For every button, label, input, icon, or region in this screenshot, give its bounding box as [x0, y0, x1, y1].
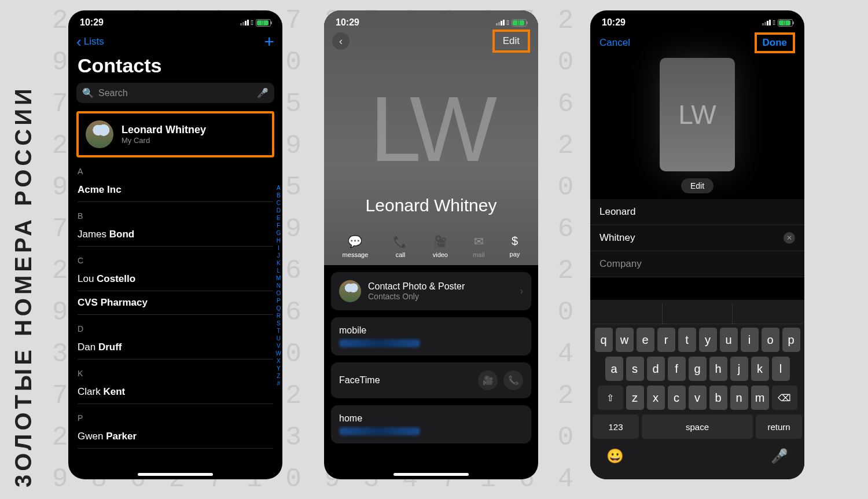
status-bar: 10:29 􀙇 􀋦 [68, 10, 282, 31]
contact-name: Leonard Whitney [324, 196, 538, 215]
key-r[interactable]: r [657, 328, 675, 352]
section-header: D [78, 315, 273, 336]
edit-poster-button[interactable]: Edit [681, 178, 713, 193]
action-call[interactable]: 📞call [393, 234, 407, 258]
first-name-input[interactable] [599, 206, 795, 218]
keyboard[interactable]: qwertyuiop asdfghjkl ⇧zxcvbnm⌫ 123 space… [590, 300, 804, 479]
key-e[interactable]: e [637, 328, 654, 352]
dictation-button[interactable]: 🎤 [771, 448, 788, 464]
key-x[interactable]: x [647, 386, 665, 410]
back-button[interactable]: ‹Lists [76, 33, 104, 51]
key-q[interactable]: q [595, 328, 613, 352]
mobile-label: mobile [339, 325, 523, 336]
key-u[interactable]: u [720, 328, 738, 352]
wifi-icon: 􀙇 [773, 19, 775, 27]
last-name-input[interactable] [599, 232, 784, 244]
mobile-row[interactable]: mobile [331, 317, 531, 355]
phone-edit-contact: 10:29 􀙇 􀋦 Cancel Done LW Edit ✕ qwertyui… [590, 10, 804, 479]
key-c[interactable]: c [668, 386, 686, 410]
company-input[interactable] [599, 258, 795, 270]
contact-row[interactable]: CVS Pharmacy [78, 291, 273, 315]
section-header: P [78, 404, 273, 425]
redacted-number [339, 339, 420, 347]
edit-button[interactable]: Edit [492, 30, 530, 53]
action-mail: ✉mail [473, 234, 484, 258]
section-header: C [78, 247, 273, 267]
clear-icon[interactable]: ✕ [784, 232, 795, 244]
index-bar[interactable]: ABCDEFGHIJKLMNOPQRSTUVWXYZ# [276, 184, 281, 387]
home-row[interactable]: home [331, 405, 531, 443]
key-o[interactable]: o [762, 328, 779, 352]
key-s[interactable]: s [626, 357, 644, 381]
key-b[interactable]: b [709, 386, 727, 410]
key-v[interactable]: v [689, 386, 707, 410]
key-w[interactable]: w [616, 328, 634, 352]
status-bar: 10:29 􀙇 􀋦 [590, 10, 804, 31]
search-input[interactable]: 🔍 Search 🎤 [76, 83, 274, 103]
home-indicator[interactable] [393, 473, 469, 476]
action-row: 💬message📞call🎥video✉mail$pay [324, 234, 538, 258]
key-space[interactable]: space [642, 414, 753, 439]
home-indicator[interactable] [138, 473, 213, 476]
key-123[interactable]: 123 [593, 414, 639, 439]
key-f[interactable]: f [668, 357, 686, 381]
contact-row[interactable]: Clark Kent [78, 380, 273, 404]
key-z[interactable]: z [626, 386, 644, 410]
key-h[interactable]: h [709, 357, 727, 381]
site-logo: 3ОЛОТЫЕ НОМЕРА РОССИИ [10, 12, 36, 487]
key-i[interactable]: i [741, 328, 759, 352]
phone-contacts-list: 10:29 􀙇 􀋦 ‹Lists + Contacts 🔍 Search 🎤 L… [68, 10, 282, 479]
facetime-video-button[interactable]: 🎥 [478, 370, 498, 390]
poster-row[interactable]: Contact Photo & Poster Contacts Only › [331, 272, 531, 310]
key-j[interactable]: j [730, 357, 748, 381]
wifi-icon: 􀙇 [507, 19, 509, 27]
key-y[interactable]: y [699, 328, 717, 352]
battery-icon: 􀋦 [512, 19, 527, 27]
back-button[interactable]: ‹ [332, 32, 350, 50]
key-a[interactable]: a [605, 357, 623, 381]
key-d[interactable]: d [647, 357, 665, 381]
contact-row[interactable]: Dan Druff [78, 336, 273, 359]
signal-icon [496, 20, 505, 25]
contact-row[interactable]: Lou Costello [78, 267, 273, 291]
emoji-button[interactable]: 😀 [606, 448, 624, 464]
key-shift[interactable]: ⇧ [598, 386, 623, 410]
battery-icon: 􀋦 [778, 19, 793, 27]
company-field[interactable] [590, 251, 804, 277]
key-delete[interactable]: ⌫ [772, 386, 797, 410]
last-name-field[interactable]: ✕ [590, 225, 804, 251]
search-icon: 🔍 [82, 87, 94, 98]
action-video[interactable]: 🎥video [433, 234, 448, 258]
contact-row[interactable]: James Bond [78, 223, 273, 247]
key-n[interactable]: n [730, 386, 748, 410]
contact-row[interactable]: Acme Inc [78, 178, 273, 202]
my-card-row[interactable]: Leonard Whitney My Card [76, 111, 274, 157]
key-t[interactable]: t [678, 328, 696, 352]
key-l[interactable]: l [772, 357, 790, 381]
key-m[interactable]: m [751, 386, 769, 410]
first-name-field[interactable] [590, 199, 804, 225]
predictive-bar[interactable] [593, 303, 802, 324]
poster-preview[interactable]: LW Edit [660, 58, 735, 193]
section-header: B [78, 202, 273, 223]
contacts-list[interactable]: AAcme IncBJames BondCLou CostelloCVS Pha… [68, 157, 282, 449]
action-message[interactable]: 💬message [343, 234, 369, 258]
contact-row[interactable]: Gwen Parker [78, 425, 273, 449]
key-return[interactable]: return [756, 414, 802, 439]
key-g[interactable]: g [689, 357, 707, 381]
action-pay[interactable]: $pay [510, 234, 520, 258]
cancel-button[interactable]: Cancel [599, 37, 630, 49]
avatar [86, 120, 113, 148]
status-time: 10:29 [336, 17, 359, 28]
add-button[interactable]: + [264, 32, 274, 52]
section-header: A [78, 157, 273, 178]
signal-icon [762, 20, 771, 25]
key-p[interactable]: p [782, 328, 800, 352]
facetime-audio-button[interactable]: 📞 [503, 370, 523, 390]
facetime-row: FaceTime 🎥 📞 [331, 362, 531, 398]
battery-icon: 􀋦 [256, 19, 271, 27]
done-button[interactable]: Done [755, 32, 796, 53]
mic-icon[interactable]: 🎤 [257, 87, 269, 98]
edit-fields: ✕ [590, 199, 804, 277]
key-k[interactable]: k [751, 357, 769, 381]
